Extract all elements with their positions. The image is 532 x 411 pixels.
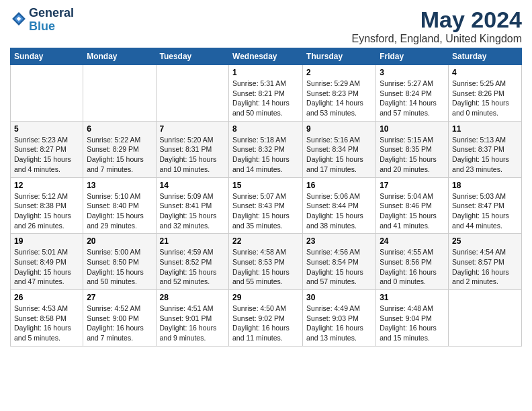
calendar-cell: 8Sunrise: 5:18 AMSunset: 8:32 PMDaylight… — [229, 121, 303, 177]
logo-line2: Blue — [29, 20, 74, 34]
day-info: Sunrise: 4:50 AMSunset: 9:02 PMDaylight:… — [232, 304, 299, 343]
week-row-4: 19Sunrise: 5:01 AMSunset: 8:49 PMDayligh… — [11, 234, 522, 290]
day-number: 4 — [452, 68, 518, 77]
day-info: Sunrise: 5:25 AMSunset: 8:26 PMDaylight:… — [452, 79, 518, 118]
calendar-cell: 30Sunrise: 4:49 AMSunset: 9:03 PMDayligh… — [303, 290, 376, 347]
calendar-cell: 2Sunrise: 5:29 AMSunset: 8:23 PMDaylight… — [303, 65, 376, 122]
day-number: 5 — [14, 124, 79, 134]
day-info: Sunrise: 5:15 AMSunset: 8:35 PMDaylight:… — [380, 135, 445, 175]
calendar-cell: 12Sunrise: 5:12 AMSunset: 8:38 PMDayligh… — [11, 177, 83, 234]
calendar-cell: 31Sunrise: 4:48 AMSunset: 9:04 PMDayligh… — [376, 290, 449, 347]
day-info: Sunrise: 5:10 AMSunset: 8:40 PMDaylight:… — [87, 191, 152, 231]
page-header: General Blue May 2024 Eynsford, England,… — [10, 7, 522, 45]
day-number: 30 — [306, 293, 372, 302]
day-number: 8 — [232, 124, 299, 134]
day-number: 20 — [87, 236, 152, 246]
calendar-cell: 19Sunrise: 5:01 AMSunset: 8:49 PMDayligh… — [11, 234, 83, 290]
day-info: Sunrise: 5:04 AMSunset: 8:46 PMDaylight:… — [380, 191, 445, 231]
day-info: Sunrise: 4:51 AMSunset: 9:01 PMDaylight:… — [160, 304, 226, 343]
day-info: Sunrise: 4:49 AMSunset: 9:03 PMDaylight:… — [306, 304, 372, 343]
month-title: May 2024 — [352, 7, 522, 33]
day-info: Sunrise: 5:22 AMSunset: 8:29 PMDaylight:… — [87, 135, 152, 175]
calendar-cell: 6Sunrise: 5:22 AMSunset: 8:29 PMDaylight… — [83, 121, 156, 177]
day-number: 22 — [232, 236, 299, 246]
weekday-header-saturday: Saturday — [449, 48, 522, 65]
day-number: 1 — [232, 68, 299, 77]
calendar-cell: 11Sunrise: 5:13 AMSunset: 8:37 PMDayligh… — [449, 121, 522, 177]
week-row-1: 1Sunrise: 5:31 AMSunset: 8:21 PMDaylight… — [11, 65, 522, 122]
calendar-cell — [156, 65, 229, 122]
weekday-header-friday: Friday — [376, 48, 449, 65]
calendar-cell: 1Sunrise: 5:31 AMSunset: 8:21 PMDaylight… — [229, 65, 303, 122]
calendar-cell: 24Sunrise: 4:55 AMSunset: 8:56 PMDayligh… — [376, 234, 449, 290]
logo: General Blue — [10, 7, 74, 34]
day-number: 18 — [452, 181, 518, 190]
location-title: Eynsford, England, United Kingdom — [352, 33, 522, 45]
day-number: 25 — [452, 236, 518, 246]
day-info: Sunrise: 4:58 AMSunset: 8:53 PMDaylight:… — [232, 247, 299, 287]
day-info: Sunrise: 5:27 AMSunset: 8:24 PMDaylight:… — [380, 79, 445, 118]
day-info: Sunrise: 5:00 AMSunset: 8:50 PMDaylight:… — [87, 247, 152, 287]
day-info: Sunrise: 5:31 AMSunset: 8:21 PMDaylight:… — [232, 79, 299, 118]
calendar-cell: 17Sunrise: 5:04 AMSunset: 8:46 PMDayligh… — [376, 177, 449, 234]
calendar-cell — [449, 290, 522, 347]
calendar-cell: 4Sunrise: 5:25 AMSunset: 8:26 PMDaylight… — [449, 65, 522, 122]
day-number: 9 — [306, 124, 372, 134]
day-number: 17 — [380, 181, 445, 190]
calendar-cell: 3Sunrise: 5:27 AMSunset: 8:24 PMDaylight… — [376, 65, 449, 122]
day-number: 31 — [380, 293, 445, 302]
weekday-header-sunday: Sunday — [11, 48, 83, 65]
weekday-header-monday: Monday — [83, 48, 156, 65]
day-info: Sunrise: 5:03 AMSunset: 8:47 PMDaylight:… — [452, 191, 518, 231]
week-row-3: 12Sunrise: 5:12 AMSunset: 8:38 PMDayligh… — [11, 177, 522, 234]
day-info: Sunrise: 4:48 AMSunset: 9:04 PMDaylight:… — [380, 304, 445, 343]
day-number: 29 — [232, 293, 299, 302]
day-number: 21 — [160, 236, 226, 246]
day-number: 11 — [452, 124, 518, 134]
calendar-cell: 28Sunrise: 4:51 AMSunset: 9:01 PMDayligh… — [156, 290, 229, 347]
calendar-table: SundayMondayTuesdayWednesdayThursdayFrid… — [10, 48, 522, 347]
day-number: 16 — [306, 181, 372, 190]
calendar-cell: 13Sunrise: 5:10 AMSunset: 8:40 PMDayligh… — [83, 177, 156, 234]
calendar-cell: 10Sunrise: 5:15 AMSunset: 8:35 PMDayligh… — [376, 121, 449, 177]
day-info: Sunrise: 5:13 AMSunset: 8:37 PMDaylight:… — [452, 135, 518, 175]
day-number: 28 — [160, 293, 226, 302]
calendar-cell: 29Sunrise: 4:50 AMSunset: 9:02 PMDayligh… — [229, 290, 303, 347]
day-number: 14 — [160, 181, 226, 190]
day-number: 7 — [160, 124, 226, 134]
logo-icon — [11, 11, 26, 26]
day-number: 12 — [14, 181, 79, 190]
day-info: Sunrise: 4:55 AMSunset: 8:56 PMDaylight:… — [380, 247, 445, 287]
day-info: Sunrise: 5:23 AMSunset: 8:27 PMDaylight:… — [14, 135, 79, 175]
day-number: 6 — [87, 124, 152, 134]
day-info: Sunrise: 5:09 AMSunset: 8:41 PMDaylight:… — [160, 191, 226, 231]
day-info: Sunrise: 4:56 AMSunset: 8:54 PMDaylight:… — [306, 247, 372, 287]
day-info: Sunrise: 5:18 AMSunset: 8:32 PMDaylight:… — [232, 135, 299, 175]
calendar-cell — [11, 65, 83, 122]
day-number: 15 — [232, 181, 299, 190]
calendar-cell: 21Sunrise: 4:59 AMSunset: 8:52 PMDayligh… — [156, 234, 229, 290]
day-info: Sunrise: 4:54 AMSunset: 8:57 PMDaylight:… — [452, 247, 518, 287]
calendar-cell: 26Sunrise: 4:53 AMSunset: 8:58 PMDayligh… — [11, 290, 83, 347]
day-info: Sunrise: 4:53 AMSunset: 8:58 PMDaylight:… — [14, 304, 79, 343]
calendar-cell: 23Sunrise: 4:56 AMSunset: 8:54 PMDayligh… — [303, 234, 376, 290]
calendar-cell: 5Sunrise: 5:23 AMSunset: 8:27 PMDaylight… — [11, 121, 83, 177]
calendar-cell: 14Sunrise: 5:09 AMSunset: 8:41 PMDayligh… — [156, 177, 229, 234]
weekday-header-row: SundayMondayTuesdayWednesdayThursdayFrid… — [11, 48, 522, 65]
day-number: 19 — [14, 236, 79, 246]
logo-line1: General — [29, 7, 74, 20]
day-info: Sunrise: 4:59 AMSunset: 8:52 PMDaylight:… — [160, 247, 226, 287]
day-info: Sunrise: 5:07 AMSunset: 8:43 PMDaylight:… — [232, 191, 299, 231]
week-row-5: 26Sunrise: 4:53 AMSunset: 8:58 PMDayligh… — [11, 290, 522, 347]
day-info: Sunrise: 5:16 AMSunset: 8:34 PMDaylight:… — [306, 135, 372, 175]
day-info: Sunrise: 5:01 AMSunset: 8:49 PMDaylight:… — [14, 247, 79, 287]
calendar-cell: 15Sunrise: 5:07 AMSunset: 8:43 PMDayligh… — [229, 177, 303, 234]
calendar-cell: 9Sunrise: 5:16 AMSunset: 8:34 PMDaylight… — [303, 121, 376, 177]
calendar-cell: 20Sunrise: 5:00 AMSunset: 8:50 PMDayligh… — [83, 234, 156, 290]
calendar-cell: 25Sunrise: 4:54 AMSunset: 8:57 PMDayligh… — [449, 234, 522, 290]
calendar-cell — [83, 65, 156, 122]
calendar-cell: 18Sunrise: 5:03 AMSunset: 8:47 PMDayligh… — [449, 177, 522, 234]
day-number: 2 — [306, 68, 372, 77]
day-info: Sunrise: 5:06 AMSunset: 8:44 PMDaylight:… — [306, 191, 372, 231]
weekday-header-thursday: Thursday — [303, 48, 376, 65]
